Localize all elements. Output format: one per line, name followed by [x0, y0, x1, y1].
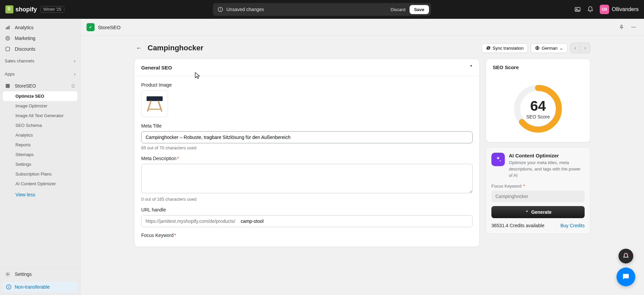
score-label: SEO Score: [526, 114, 550, 119]
sidebar-sub-settings[interactable]: Settings: [0, 159, 80, 169]
sidebar-sub-ai-content[interactable]: AI Content Optimizer: [0, 179, 80, 189]
meta-title-input[interactable]: [141, 131, 473, 143]
sidebar-item-discounts[interactable]: Discounts: [0, 44, 80, 54]
score-header: SEO Score: [486, 59, 590, 76]
shopify-logo[interactable]: shopify: [5, 5, 37, 13]
sidebar-sub-reports[interactable]: Reports: [0, 140, 80, 150]
language-label: German: [542, 46, 557, 51]
page-header: ← Campinghocker Sync translation German …: [134, 43, 590, 53]
camp-stool-image: [145, 94, 164, 113]
svg-point-18: [635, 27, 636, 28]
alert-icon: [218, 7, 223, 12]
score-heading: SEO Score: [493, 64, 519, 70]
svg-rect-5: [6, 28, 7, 29]
sidebar-sub-analytics[interactable]: Analytics: [0, 130, 80, 140]
product-image-thumb[interactable]: [141, 90, 168, 117]
sub-label: SEO Schema: [15, 123, 42, 128]
pin-icon[interactable]: [71, 84, 75, 88]
sidebar-label: Discounts: [15, 46, 35, 52]
url-handle-label: URL handle: [141, 207, 473, 212]
sidebar-label: StoreSEO: [15, 83, 36, 89]
sidebar-label: Analytics: [15, 25, 34, 30]
sidebar-sub-image-alt[interactable]: Image Alt Text Generator: [0, 111, 80, 120]
meta-desc-label: Meta Description*: [141, 156, 473, 161]
pin-icon[interactable]: [617, 23, 626, 32]
unsaved-bar: Unsaved changes Discard Save: [213, 3, 431, 16]
discard-button[interactable]: Discard: [387, 5, 410, 14]
svg-point-16: [632, 27, 633, 28]
sidebar-sub-image-optimizer[interactable]: Image Optimizer: [0, 101, 80, 111]
gear-icon: [5, 271, 11, 277]
meta-desc-helper: 0 out of 165 characters used: [141, 197, 473, 202]
pager: ‹ ›: [570, 43, 590, 53]
card-header[interactable]: General SEO ˄: [135, 59, 479, 76]
required-mark: *: [177, 156, 179, 161]
app-name: StoreSEO: [98, 24, 121, 30]
chevron-up-icon: ˄: [470, 64, 473, 70]
buy-credits-link[interactable]: Buy Credits: [560, 223, 585, 228]
app-header: ✓ StoreSEO: [80, 19, 644, 36]
info-icon: [6, 284, 11, 290]
next-button[interactable]: ›: [580, 43, 590, 53]
user-menu[interactable]: Oll Ollivanders: [600, 5, 639, 14]
generate-button[interactable]: Generate: [491, 206, 585, 218]
brand-text: shopify: [15, 6, 37, 13]
non-transferable-banner[interactable]: Non-transferable: [3, 282, 77, 292]
sync-icon: [486, 46, 491, 50]
credits-text: 36531.4 Credits available: [491, 223, 544, 228]
svg-point-9: [7, 37, 8, 39]
svg-point-8: [6, 36, 10, 40]
sidebar-sub-seo-schema[interactable]: SEO Schema: [0, 120, 80, 130]
sidebar-sub-optimize-seo[interactable]: Optimize SEO: [3, 91, 77, 101]
svg-rect-6: [7, 27, 8, 29]
sidebar-sub-subscription[interactable]: Subscription Plans: [0, 169, 80, 179]
svg-point-14: [8, 286, 9, 286]
sidebar-app-storeseo[interactable]: StoreSEO: [0, 81, 80, 91]
view-less-link[interactable]: View less: [0, 189, 80, 201]
sub-label: Subscription Plans: [15, 171, 52, 177]
required-mark: *: [522, 184, 525, 189]
svg-point-22: [627, 254, 628, 255]
sidebar-item-analytics[interactable]: Analytics: [0, 22, 80, 33]
apps-section[interactable]: Apps ›: [0, 67, 80, 81]
banner-text: Non-transferable: [15, 284, 50, 290]
prev-button[interactable]: ‹: [570, 43, 580, 53]
save-button[interactable]: Save: [410, 5, 429, 14]
photo-icon[interactable]: [574, 6, 581, 13]
back-button[interactable]: ←: [134, 43, 144, 53]
svg-point-11: [7, 274, 8, 275]
more-icon[interactable]: [629, 23, 638, 32]
sidebar-sub-sitemaps[interactable]: Sitemaps: [0, 150, 80, 159]
svg-point-17: [633, 27, 634, 28]
bell-icon[interactable]: [587, 6, 594, 13]
chat-fab[interactable]: [616, 267, 635, 286]
chevron-right-icon: ›: [74, 71, 75, 77]
user-name: Ollivanders: [612, 6, 639, 12]
ai-focus-input[interactable]: [491, 191, 585, 202]
url-prefix: https://jamitest.myshopify.com/de/produc…: [142, 215, 239, 227]
sync-label: Sync translation: [493, 46, 524, 51]
section-label: Apps: [5, 71, 15, 77]
ai-title: AI Content Optimizer: [509, 153, 585, 158]
url-handle-input[interactable]: [239, 215, 472, 227]
sales-channels-section[interactable]: Sales channels ›: [0, 54, 80, 67]
sync-translation-button[interactable]: Sync translation: [482, 43, 528, 53]
topbar-right: Oll Ollivanders: [574, 5, 639, 14]
notification-fab[interactable]: [619, 249, 633, 263]
sidebar-item-marketing[interactable]: Marketing: [0, 33, 80, 44]
language-selector[interactable]: German ⌄: [531, 43, 568, 53]
section-label: Sales channels: [5, 58, 34, 63]
sidebar-label: Marketing: [15, 36, 35, 41]
sub-label: Image Alt Text Generator: [15, 113, 64, 118]
meta-title-label: Meta Title: [141, 123, 473, 129]
url-handle-row: https://jamitest.myshopify.com/de/produc…: [141, 215, 473, 227]
app-icon: [5, 83, 11, 89]
sub-label: Analytics: [15, 133, 33, 138]
top-bar: shopify Winter '25 Unsaved changes Disca…: [0, 0, 644, 19]
meta-desc-input[interactable]: [141, 164, 473, 193]
sidebar-settings[interactable]: Settings: [0, 269, 80, 280]
product-image-label: Product Image: [141, 82, 473, 88]
chevron-down-icon: ⌄: [559, 46, 563, 51]
ai-desc: Optimize your meta titles, meta descript…: [509, 160, 585, 179]
marketing-icon: [5, 35, 11, 41]
